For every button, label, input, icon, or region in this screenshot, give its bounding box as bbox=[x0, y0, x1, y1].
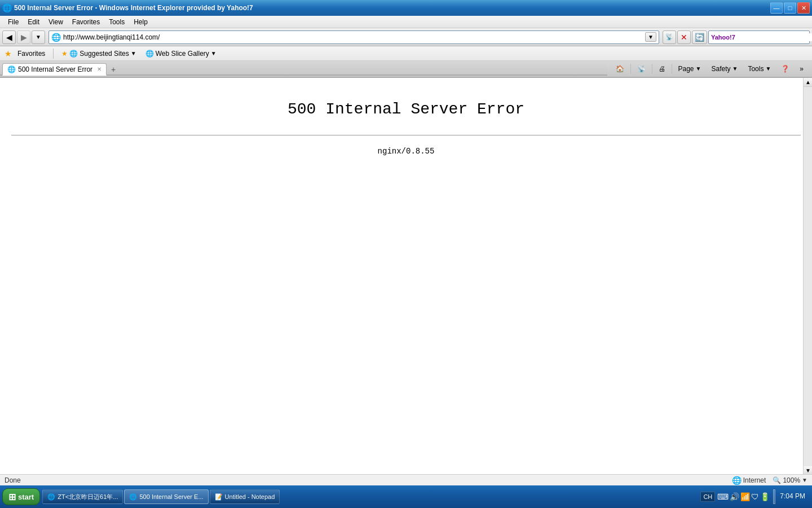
rss-button[interactable]: 📡 bbox=[663, 30, 676, 44]
print-tool-button[interactable]: 🖨 bbox=[655, 63, 669, 75]
stop-button[interactable]: ✕ bbox=[677, 30, 691, 44]
suggested-sites-label: Suggested Sites bbox=[80, 50, 129, 58]
forward-button[interactable]: ▶ bbox=[17, 30, 30, 44]
tools-label: Tools bbox=[748, 65, 764, 73]
zoom-dropdown-icon: ▼ bbox=[802, 477, 807, 483]
dropdown-button[interactable]: ▼ bbox=[32, 30, 45, 44]
menu-view[interactable]: View bbox=[45, 17, 67, 27]
volume-tray-icon[interactable]: 🔊 bbox=[730, 492, 739, 501]
favorites-button[interactable]: Favorites bbox=[14, 49, 48, 59]
home-tool-button[interactable]: 🏠 bbox=[612, 63, 628, 75]
zoom-control[interactable]: 🔍 100% ▼ bbox=[773, 476, 807, 484]
yahoo-logo: Yahoo!7 bbox=[711, 34, 735, 41]
address-input[interactable] bbox=[63, 33, 645, 41]
page-body: 500 Internal Server Error nginx/0.8.55 bbox=[0, 78, 812, 167]
menu-bar: File Edit View Favorites Tools Help bbox=[0, 16, 812, 28]
address-icon: 🌐 bbox=[51, 33, 61, 42]
window-title: 500 Internal Server Error - Windows Inte… bbox=[14, 4, 769, 12]
menu-edit[interactable]: Edit bbox=[24, 17, 43, 27]
maximize-button[interactable]: □ bbox=[784, 2, 796, 14]
start-label: start bbox=[18, 493, 34, 501]
web-slice-gallery-label: Web Slice Gallery bbox=[156, 50, 209, 58]
start-windows-icon: ⊞ bbox=[8, 492, 16, 502]
taskbar-notepad-icon: 📝 bbox=[215, 493, 223, 501]
web-slice-gallery-button[interactable]: 🌐 Web Slice Gallery ▼ bbox=[142, 49, 220, 59]
suggested-sites-icon2: 🌐 bbox=[69, 50, 78, 58]
tab-close-icon[interactable]: ✕ bbox=[97, 66, 102, 72]
tab-icon: 🌐 bbox=[7, 65, 16, 73]
new-tab-button[interactable]: + bbox=[108, 64, 119, 75]
battery-tray-icon[interactable]: 🔋 bbox=[760, 492, 770, 501]
menu-favorites[interactable]: Favorites bbox=[69, 17, 103, 27]
taskbar-item-zt[interactable]: 🌐 ZT<北京昨日迈61年... bbox=[42, 489, 123, 504]
page-dropdown-icon: ▼ bbox=[696, 65, 701, 72]
page-menu-button[interactable]: Page ▼ bbox=[674, 63, 705, 75]
safety-dropdown-icon: ▼ bbox=[732, 65, 738, 72]
error-divider bbox=[11, 135, 801, 135]
suggested-icon: ★ bbox=[61, 50, 68, 58]
error-heading: 500 Internal Server Error bbox=[11, 100, 801, 118]
tool-separator2 bbox=[652, 64, 652, 74]
browser-icon: 🌐 bbox=[2, 3, 12, 12]
address-dropdown-btn[interactable]: ▼ bbox=[645, 32, 656, 42]
taskbar-item-ie[interactable]: 🌐 500 Internal Server E... bbox=[124, 489, 208, 504]
favorites-bar: ★ Favorites ★ 🌐 Suggested Sites ▼ 🌐 Web … bbox=[0, 46, 812, 61]
page-label: Page bbox=[678, 65, 694, 73]
feeds-tool-button[interactable]: 📡 bbox=[633, 63, 650, 75]
menu-file[interactable]: File bbox=[5, 17, 22, 27]
show-desktop-button[interactable] bbox=[773, 489, 775, 504]
taskbar: ⊞ start 🌐 ZT<北京昨日迈61年... 🌐 500 Internal … bbox=[0, 485, 812, 508]
refresh-button[interactable]: 🔄 bbox=[692, 30, 707, 44]
suggested-dropdown-icon: ▼ bbox=[131, 50, 136, 56]
nav-bar: ◀ ▶ ▼ 🌐 ▼ 📡 ✕ 🔄 Yahoo!7 🔍 bbox=[0, 28, 812, 46]
clock[interactable]: 7:04 PM bbox=[778, 492, 807, 501]
menu-help[interactable]: Help bbox=[130, 17, 151, 27]
safety-label: Safety bbox=[711, 65, 730, 73]
minimize-button[interactable]: — bbox=[770, 2, 783, 14]
web-slice-icon: 🌐 bbox=[145, 50, 154, 58]
search-input[interactable] bbox=[738, 33, 812, 41]
tab-bar: 🌐 500 Internal Server Error ✕ + bbox=[0, 61, 607, 76]
tools-dropdown-icon: ▼ bbox=[765, 65, 771, 72]
back-button[interactable]: ◀ bbox=[2, 30, 16, 44]
zoom-level-label: 100% bbox=[783, 476, 800, 484]
tab-title: 500 Internal Server Error bbox=[18, 65, 92, 73]
taskbar-zt-icon: 🌐 bbox=[47, 493, 55, 501]
tools-menu-button[interactable]: Tools ▼ bbox=[744, 63, 775, 75]
status-text: Done bbox=[5, 476, 727, 484]
language-button[interactable]: CH bbox=[700, 492, 715, 502]
taskbar-ie-label: 500 Internal Server E... bbox=[139, 493, 203, 500]
start-button[interactable]: ⊞ start bbox=[2, 488, 40, 505]
network-tray-icon[interactable]: 📶 bbox=[740, 492, 750, 501]
favorites-label: Favorites bbox=[17, 50, 45, 58]
status-bar: Done 🌐 Internet 🔍 100% ▼ bbox=[0, 474, 812, 485]
taskbar-notepad-label: Untitled - Notepad bbox=[225, 493, 275, 500]
scrollbar[interactable]: ▲ ▼ bbox=[803, 78, 812, 475]
toolbar-row: 🏠 📡 🖨 Page ▼ Safety ▼ Tools ▼ ❓ » bbox=[607, 61, 812, 77]
favorites-separator bbox=[53, 49, 54, 59]
web-slice-dropdown-icon: ▼ bbox=[211, 50, 217, 56]
scroll-track[interactable] bbox=[804, 87, 812, 466]
close-button[interactable]: ✕ bbox=[797, 2, 810, 14]
internet-label: Internet bbox=[743, 476, 766, 484]
tool-separator1 bbox=[630, 64, 631, 74]
taskbar-item-notepad[interactable]: 📝 Untitled - Notepad bbox=[210, 489, 280, 504]
scroll-up-arrow[interactable]: ▲ bbox=[804, 78, 812, 87]
favorites-star-icon: ★ bbox=[5, 49, 12, 58]
taskbar-ie-icon: 🌐 bbox=[129, 493, 137, 501]
active-tab[interactable]: 🌐 500 Internal Server Error ✕ bbox=[2, 63, 107, 76]
menu-tools[interactable]: Tools bbox=[105, 17, 128, 27]
security-tray-icon[interactable]: 🛡 bbox=[751, 492, 759, 501]
zoom-icon: 🔍 bbox=[773, 476, 781, 484]
sys-tray: ⌨ 🔊 📶 🛡 🔋 bbox=[717, 492, 770, 501]
internet-icon: 🌐 bbox=[732, 476, 742, 485]
taskbar-zt-label: ZT<北京昨日迈61年... bbox=[58, 493, 118, 501]
expand-button[interactable]: » bbox=[796, 63, 807, 75]
help-button[interactable]: ❓ bbox=[777, 63, 793, 75]
main-content: 500 Internal Server Error nginx/0.8.55 ▲… bbox=[0, 78, 812, 475]
status-right: 🌐 Internet 🔍 100% ▼ bbox=[732, 476, 807, 485]
address-bar-container: 🌐 ▼ bbox=[48, 30, 659, 44]
suggested-sites-button[interactable]: ★ 🌐 Suggested Sites ▼ bbox=[58, 49, 139, 59]
safety-menu-button[interactable]: Safety ▼ bbox=[707, 63, 742, 75]
tool-separator3 bbox=[672, 64, 672, 74]
